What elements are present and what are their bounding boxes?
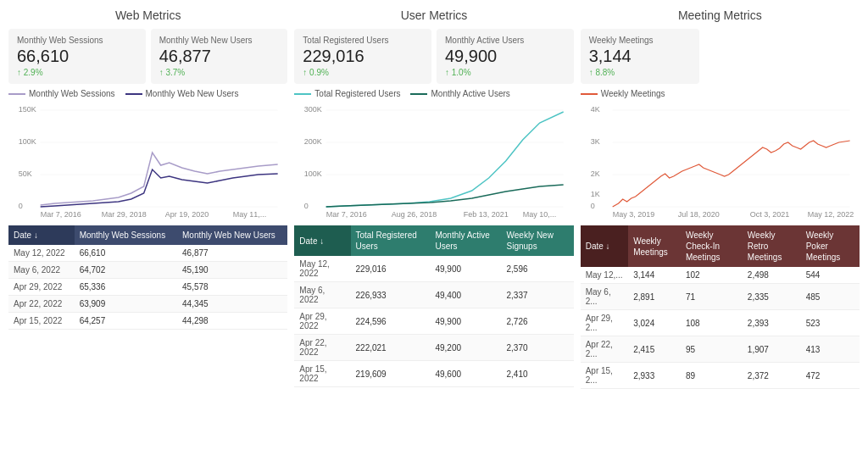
dashboard: Web Metrics Monthly Web Sessions 66,610 … <box>0 0 868 461</box>
table-cell: 49,200 <box>430 335 501 361</box>
table-cell: Apr 22, 2022 <box>8 296 75 313</box>
table-cell: May 6, 2022 <box>8 262 75 279</box>
user-table: Date ↓ Total Registered Users Monthly Ac… <box>294 225 573 387</box>
web-new-users-line <box>41 169 278 207</box>
table-cell: 89 <box>681 363 743 389</box>
weekly-meetings-change: 8.8% <box>589 68 691 77</box>
weekly-meetings-card: Weekly Meetings 3,144 8.8% <box>581 29 699 84</box>
user-y-200k: 200K <box>304 137 322 146</box>
table-cell: Apr 15, 2... <box>581 363 629 389</box>
table-row: Apr 22, 2...2,415951,907413 <box>581 336 860 363</box>
web-table-newusers-header[interactable]: Monthly Web New Users <box>177 225 287 245</box>
meeting-table-poker-header[interactable]: Weekly Poker Meetings <box>801 225 860 267</box>
total-registered-label: Total Registered Users <box>303 36 423 45</box>
monthly-active-value: 49,900 <box>445 47 565 66</box>
table-cell: 63,909 <box>75 296 177 313</box>
table-row: May 12,...3,1441022,498544 <box>581 267 860 284</box>
table-cell: 2,410 <box>502 361 574 387</box>
web-table-date-header[interactable]: Date ↓ <box>8 225 75 245</box>
table-cell: May 6, 2022 <box>294 282 350 308</box>
table-cell: 413 <box>801 336 860 363</box>
meeting-x4: May 12, 2022 <box>807 210 854 219</box>
table-cell: 95 <box>681 336 743 363</box>
user-active-line <box>326 185 564 207</box>
web-sessions-label: Monthly Web Sessions <box>17 36 137 45</box>
web-chart: 150K 100K 50K 0 Mar 7, 2016 Mar 29, 2018 <box>8 102 287 220</box>
user-chart: 300K 200K 100K 0 Mar 7, 2016 Aug 26, 201… <box>294 102 573 220</box>
total-registered-card: Total Registered Users 229,016 0.9% <box>294 29 431 84</box>
table-cell: 229,016 <box>351 256 431 282</box>
web-y-0: 0 <box>19 202 23 210</box>
web-legend-new-users: Monthly Web New Users <box>125 89 239 98</box>
web-legend-new-users-line <box>125 93 142 95</box>
table-row: Apr 29, 202265,33645,578 <box>8 279 287 296</box>
web-sessions-value: 66,610 <box>17 47 137 66</box>
table-cell: 49,600 <box>430 361 501 387</box>
table-cell: 44,345 <box>177 296 287 313</box>
table-cell: 49,400 <box>430 282 501 308</box>
web-y-100k: 100K <box>19 137 36 146</box>
total-registered-value: 229,016 <box>303 47 423 66</box>
table-cell: 544 <box>801 267 860 284</box>
meeting-y-4k: 4K <box>590 105 599 114</box>
user-y-300k: 300K <box>304 105 322 114</box>
web-table: Date ↓ Monthly Web Sessions Monthly Web … <box>8 225 287 330</box>
user-legend-active: Monthly Active Users <box>410 89 509 98</box>
web-new-users-value: 46,877 <box>159 47 280 66</box>
table-cell: 224,596 <box>351 308 431 335</box>
meeting-legend-weekly-line <box>581 93 598 95</box>
meeting-x1: May 3, 2019 <box>612 210 654 219</box>
web-chart-legend: Monthly Web Sessions Monthly Web New Use… <box>8 89 287 98</box>
user-chart-legend: Total Registered Users Monthly Active Us… <box>294 89 573 98</box>
web-sessions-change: 2.9% <box>17 68 137 77</box>
web-metrics-section: Web Metrics Monthly Web Sessions 66,610 … <box>8 8 287 220</box>
table-cell: Apr 29, 2022 <box>8 279 75 296</box>
table-cell: Apr 29, 2... <box>581 310 629 336</box>
user-table-active-header[interactable]: Monthly Active Users <box>430 225 501 256</box>
table-cell: 108 <box>681 310 743 336</box>
meeting-table-weekly-header[interactable]: Weekly Meetings <box>628 225 681 267</box>
meeting-table-body: May 12,...3,1441022,498544May 6, 2...2,8… <box>581 267 860 389</box>
table-cell: 64,257 <box>75 313 177 330</box>
table-cell: 1,907 <box>743 336 801 363</box>
web-x1: Mar 7, 2016 <box>41 210 81 219</box>
metrics-sections: Web Metrics Monthly Web Sessions 66,610 … <box>0 0 868 220</box>
meeting-table-checkin-header[interactable]: Weekly Check-In Meetings <box>681 225 743 267</box>
web-legend-sessions-line <box>8 93 25 95</box>
user-legend-total: Total Registered Users <box>294 89 400 98</box>
table-cell: Apr 29, 2022 <box>294 308 350 335</box>
table-cell: 219,609 <box>351 361 431 387</box>
user-x4: May 10,... <box>523 210 557 219</box>
user-table-signups-header[interactable]: Weekly New Signups <box>502 225 574 256</box>
table-row: May 12, 202266,61046,877 <box>8 245 287 262</box>
meeting-weekly-line <box>612 141 849 207</box>
table-cell: 2,726 <box>502 308 574 335</box>
web-title: Web Metrics <box>8 8 287 22</box>
meeting-metric-cards: Weekly Meetings 3,144 8.8% <box>581 29 860 84</box>
table-cell: May 6, 2... <box>581 284 629 310</box>
meeting-table-retro-header[interactable]: Weekly Retro Meetings <box>743 225 801 267</box>
table-cell: 66,610 <box>75 245 177 262</box>
table-cell: 45,578 <box>177 279 287 296</box>
web-new-users-label: Monthly Web New Users <box>159 36 280 45</box>
table-cell: 3,024 <box>628 310 681 336</box>
meeting-table-date-header[interactable]: Date ↓ <box>581 225 629 267</box>
user-legend-active-line <box>410 93 427 95</box>
user-table-date-header[interactable]: Date ↓ <box>294 225 350 256</box>
table-cell: 485 <box>801 284 860 310</box>
user-table-registered-header[interactable]: Total Registered Users <box>351 225 431 256</box>
web-table-wrap: Date ↓ Monthly Web Sessions Monthly Web … <box>8 225 287 389</box>
meeting-table: Date ↓ Weekly Meetings Weekly Check-In M… <box>581 225 860 389</box>
table-cell: 71 <box>681 284 743 310</box>
web-sessions-line <box>41 153 278 205</box>
user-title: User Metrics <box>294 8 573 22</box>
web-legend-sessions: Monthly Web Sessions <box>8 89 115 98</box>
table-cell: 2,337 <box>502 282 574 308</box>
meeting-y-0: 0 <box>590 202 594 210</box>
table-cell: 45,190 <box>177 262 287 279</box>
table-row: May 6, 2...2,891712,335485 <box>581 284 860 310</box>
table-cell: Apr 22, 2... <box>581 336 629 363</box>
user-legend-active-label: Monthly Active Users <box>431 89 509 98</box>
web-x3: Apr 19, 2020 <box>165 210 209 219</box>
web-table-sessions-header[interactable]: Monthly Web Sessions <box>75 225 177 245</box>
